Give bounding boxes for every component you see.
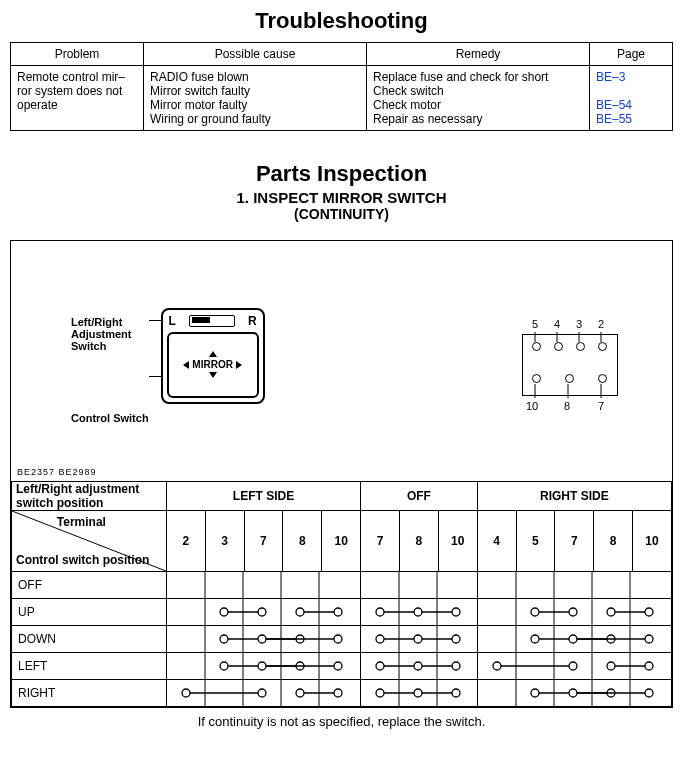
footnote: If continuity is not as specified, repla… xyxy=(10,714,673,729)
svg-point-104 xyxy=(296,689,304,697)
mirror-text: MIRROR xyxy=(192,359,233,370)
col-r-7: 7 xyxy=(555,511,594,572)
lr-slider-icon xyxy=(189,315,235,327)
step1-sub: (CONTINUITY) xyxy=(10,206,673,222)
remedy-1: Check switch xyxy=(373,84,583,98)
svg-point-32 xyxy=(414,608,422,616)
svg-point-110 xyxy=(414,689,422,697)
group-right: RIGHT SIDE xyxy=(477,482,671,511)
arrow-down-icon xyxy=(209,372,217,378)
page-link-3[interactable]: BE–55 xyxy=(596,112,632,126)
svg-point-53 xyxy=(334,635,342,643)
parts-inspection-title: Parts Inspection xyxy=(10,161,673,187)
remedy-3: Repair as necessary xyxy=(373,112,583,126)
svg-point-57 xyxy=(376,635,384,643)
inspection-figure: Left/Right Adjustment Switch Control Swi… xyxy=(10,240,673,708)
remedy-0: Replace fuse and check for short xyxy=(373,70,583,84)
corner-terminal: Terminal xyxy=(57,515,106,529)
col-o-8: 8 xyxy=(399,511,438,572)
svg-point-68 xyxy=(569,635,577,643)
group-off: OFF xyxy=(361,482,478,511)
svg-point-59 xyxy=(452,635,460,643)
svg-point-26 xyxy=(296,608,304,616)
svg-point-75 xyxy=(220,662,228,670)
cell-leftside-down xyxy=(166,626,360,653)
svg-point-91 xyxy=(493,662,501,670)
svg-point-42 xyxy=(607,608,615,616)
svg-point-109 xyxy=(376,689,384,697)
cell-rightside-left xyxy=(477,653,671,680)
figure-codes: BE2357 BE2989 xyxy=(17,467,97,477)
svg-point-52 xyxy=(258,635,266,643)
svg-point-27 xyxy=(334,608,342,616)
cell-leftside-right xyxy=(166,680,360,707)
th-page: Page xyxy=(590,43,673,66)
cell-off-right xyxy=(361,680,478,707)
row-down: DOWN xyxy=(12,626,167,653)
svg-point-84 xyxy=(414,662,422,670)
th-remedy: Remedy xyxy=(367,43,590,66)
col-r-4: 4 xyxy=(477,511,516,572)
row-right: RIGHT xyxy=(12,680,167,707)
svg-point-102 xyxy=(258,689,266,697)
lr-switch-label: Left/Right Adjustment Switch xyxy=(71,316,149,352)
cell-off-down xyxy=(361,626,478,653)
page-link-2[interactable]: BE–54 xyxy=(596,98,632,112)
th-cause: Possible cause xyxy=(144,43,367,66)
svg-point-121 xyxy=(645,689,653,697)
control-switch-label: Control Switch xyxy=(71,412,149,424)
corner-cell: Terminal Control switch position xyxy=(12,511,166,571)
svg-point-95 xyxy=(645,662,653,670)
col-r-8: 8 xyxy=(594,511,633,572)
svg-point-65 xyxy=(531,635,539,643)
svg-point-24 xyxy=(258,608,266,616)
cause-2: Mirror switch faulty xyxy=(150,84,360,98)
cell-rightside-down xyxy=(477,626,671,653)
svg-point-85 xyxy=(452,662,460,670)
svg-point-31 xyxy=(376,608,384,616)
col-l-10: 10 xyxy=(322,511,361,572)
cell-rightside-off xyxy=(477,572,671,599)
col-l-3: 3 xyxy=(205,511,244,572)
cause-4: Wiring or ground faulty xyxy=(150,112,360,126)
th-problem: Problem xyxy=(11,43,144,66)
cell-causes: RADIO fuse blown Mirror switch faulty Mi… xyxy=(144,66,367,131)
cell-problem: Remote control mir– ror system does not … xyxy=(11,66,144,131)
row-left: LEFT xyxy=(12,653,167,680)
step1-title: 1. INSPECT MIRROR SWITCH xyxy=(10,189,673,206)
cell-leftside-off xyxy=(166,572,360,599)
svg-point-40 xyxy=(569,608,577,616)
svg-point-101 xyxy=(182,689,190,697)
cell-leftside-up xyxy=(166,599,360,626)
group-left: LEFT SIDE xyxy=(166,482,360,511)
svg-point-83 xyxy=(376,662,384,670)
svg-point-33 xyxy=(452,608,460,616)
svg-point-79 xyxy=(334,662,342,670)
svg-point-117 xyxy=(531,689,539,697)
svg-point-94 xyxy=(607,662,615,670)
row-up: UP xyxy=(12,599,167,626)
cause-3: Mirror motor faulty xyxy=(150,98,360,112)
cell-off-off xyxy=(361,572,478,599)
mirror-switch-icon: L R MIRROR xyxy=(161,308,265,404)
cell-pages: BE–3 BE–54 BE–55 xyxy=(590,66,673,131)
row-off: OFF xyxy=(12,572,167,599)
remedy-2: Check motor xyxy=(373,98,583,112)
lr-header: Left/Right adjustment switch position xyxy=(12,482,167,511)
cell-rightside-up xyxy=(477,599,671,626)
svg-point-69 xyxy=(645,635,653,643)
arrow-right-icon xyxy=(236,361,242,369)
svg-point-58 xyxy=(414,635,422,643)
svg-point-120 xyxy=(569,689,577,697)
svg-point-23 xyxy=(220,608,228,616)
page-link-0[interactable]: BE–3 xyxy=(596,70,625,84)
col-l-8: 8 xyxy=(283,511,322,572)
lr-L: L xyxy=(169,314,176,328)
svg-point-78 xyxy=(258,662,266,670)
col-l-2: 2 xyxy=(166,511,205,572)
corner-csp: Control switch position xyxy=(16,553,149,567)
cell-off-up xyxy=(361,599,478,626)
connector-diagram-icon: 5 4 3 2 10 8 7 xyxy=(512,306,632,426)
cell-remedies: Replace fuse and check for short Check s… xyxy=(367,66,590,131)
cell-off-left xyxy=(361,653,478,680)
